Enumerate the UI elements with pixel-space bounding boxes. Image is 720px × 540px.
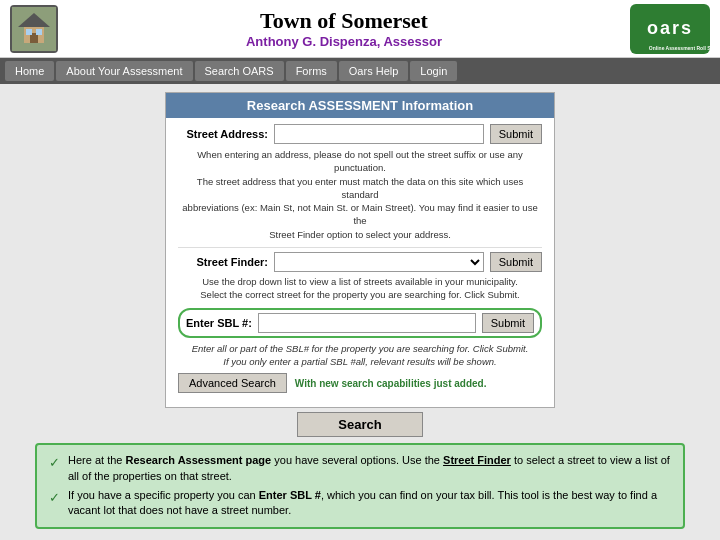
main-content: Research ASSESSMENT Information Street A… [0,84,720,540]
nav-login[interactable]: Login [410,61,457,81]
checkmark-1: ✓ [49,454,60,472]
street-finder-row: Street Finder: Submit [178,252,542,272]
street-finder-submit[interactable]: Submit [490,252,542,272]
research-body: Street Address: Submit When entering an … [166,118,554,399]
sbl-row: Enter SBL #: Submit [178,308,542,338]
navbar: Home About Your Assessment Search OARS F… [0,58,720,84]
svg-rect-5 [36,29,42,35]
nav-search-oars[interactable]: Search OARS [195,61,284,81]
nav-oars-help[interactable]: Oars Help [339,61,409,81]
divider-1 [178,247,542,248]
oars-subtitle: Online Assessment Roll System [647,45,710,51]
street-address-submit[interactable]: Submit [490,124,542,144]
street-address-label: Street Address: [178,128,268,140]
oars-text: oars [647,18,693,39]
checkmark-2: ✓ [49,489,60,507]
street-address-row: Street Address: Submit [178,124,542,144]
svg-rect-4 [26,29,32,35]
advanced-search-note: With new search capabilities just added. [295,378,487,389]
street-finder-hint: Use the drop down list to view a list of… [178,275,542,302]
header-title-area: Town of Somerset Anthony G. Dispenza, As… [58,8,630,49]
header-left [10,5,58,53]
street-address-hint: When entering an address, please do not … [178,148,542,241]
street-address-input[interactable] [274,124,484,144]
nav-about[interactable]: About Your Assessment [56,61,192,81]
oars-logo: oars Online Assessment Roll System [630,4,710,54]
sbl-input[interactable] [258,313,476,333]
street-finder-label: Street Finder: [178,256,268,268]
advanced-search-button[interactable]: Advanced Search [178,373,287,393]
house-icon [10,5,58,53]
tooltip-text-1: Here at the Research Assessment page you… [68,453,671,484]
street-finder-select[interactable] [274,252,484,272]
search-button[interactable]: Search [297,412,422,437]
content-area: Research ASSESSMENT Information Street A… [0,84,720,540]
research-title: Research ASSESSMENT Information [166,93,554,118]
town-name: Town of Somerset [58,8,630,34]
search-area: Search [297,412,422,437]
tooltip-box: ✓ Here at the Research Assessment page y… [35,443,685,529]
sbl-label: Enter SBL #: [186,317,252,329]
tooltip-item-1: ✓ Here at the Research Assessment page y… [49,453,671,484]
assessor-name: Anthony G. Dispenza, Assessor [58,34,630,49]
nav-forms[interactable]: Forms [286,61,337,81]
sbl-hint: Enter all or part of the SBL# for the pr… [178,342,542,369]
tooltip-item-2: ✓ If you have a specific property you ca… [49,488,671,519]
sbl-submit[interactable]: Submit [482,313,534,333]
page-header: Town of Somerset Anthony G. Dispenza, As… [0,0,720,58]
tooltip-text-2: If you have a specific property you can … [68,488,671,519]
advanced-search-row: Advanced Search With new search capabili… [178,373,542,393]
research-box: Research ASSESSMENT Information Street A… [165,92,555,408]
nav-home[interactable]: Home [5,61,54,81]
